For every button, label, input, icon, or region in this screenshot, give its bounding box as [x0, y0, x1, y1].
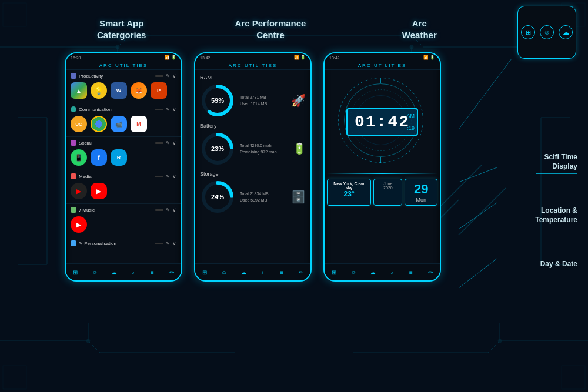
weather-day-box: 29 Mon [405, 179, 437, 206]
nav2-face-icon[interactable]: ☺ [219, 267, 229, 277]
category-personalisation: ✎ Personalisation ✎ ∨ [66, 237, 181, 252]
storage-icon: 🗄️ [291, 190, 306, 204]
app-music1[interactable]: ▶ [71, 216, 87, 233]
phone1-status-bar: 16:28 📶 🔋 [66, 53, 181, 62]
battery-percent: 23% [211, 145, 224, 152]
weather-date-box: June 2020 [373, 179, 402, 206]
ram-section: RAM 59% Total 2731 MB Used 1614 MB [200, 75, 306, 118]
nav2-grid-icon[interactable]: ⊞ [200, 267, 209, 277]
clock-seconds: :19 [407, 125, 415, 131]
phone3-title: ARC UTILITIES [325, 62, 440, 70]
ram-percent: 59% [211, 97, 224, 104]
phone3-indicators: 📶 🔋 [423, 55, 435, 60]
nav3-face-icon[interactable]: ☺ [349, 267, 358, 277]
nav-cloud-icon[interactable]: ☁ [109, 267, 119, 277]
app-zoom[interactable]: 📹 [111, 116, 127, 132]
nav-grid-icon[interactable]: ⊞ [71, 267, 80, 277]
weather-location-box: New York, Clear sky 23° [327, 179, 371, 206]
phone2-title: ARC UTILITIES [195, 62, 310, 70]
battery-icon: 🔋 [293, 142, 306, 155]
nav2-edit-icon[interactable]: ✏ [296, 267, 306, 277]
category-music: ♪ Music ✎ ∨ ▶ [66, 204, 181, 237]
clock-ampm: AM [407, 113, 415, 119]
app-word[interactable]: W [111, 82, 127, 99]
section-label-smart-app: Smart App Catergories [63, 18, 181, 41]
phone1-time: 16:28 [71, 56, 81, 60]
nav3-list-icon[interactable]: ≡ [406, 267, 416, 277]
phone3-status-bar: 13:42 📶 🔋 [325, 53, 440, 62]
rocket-icon: 🚀 [291, 93, 306, 108]
cat-personalisation-label: ✎ Personalisation [79, 241, 116, 246]
storage-label: Storage [200, 171, 306, 177]
weather-city: New York, Clear sky [330, 182, 368, 190]
app-whatsapp[interactable]: 📱 [71, 149, 87, 166]
day-name: Mon [407, 197, 435, 203]
weather-widgets: New York, Clear sky 23° June 2020 29 Mon [327, 179, 437, 206]
category-communication: Communication ✎ ∨ UC 📹 M [66, 103, 181, 137]
separator-line [327, 173, 437, 174]
ram-label: RAM [200, 75, 306, 81]
weather-year: 2020 [376, 186, 399, 190]
nav3-grid-icon[interactable]: ⊞ [329, 267, 339, 277]
app-office[interactable]: P [151, 82, 167, 99]
phone2-time: 13:42 [200, 56, 211, 60]
cat-productivity-label: Productivity [79, 73, 103, 79]
cat-social-label: Social [79, 140, 92, 146]
app-facebook[interactable]: f [91, 149, 107, 166]
battery-section: Battery 23% Total 4230.0 mah Remaining 9… [200, 123, 306, 166]
productivity-apps: ▲ 💡 W 🦊 P [71, 81, 176, 100]
nav-music-icon[interactable]: ♪ [128, 267, 138, 277]
category-productivity: Productivity ✎ ∨ ▲ 💡 W 🦊 P [66, 70, 181, 103]
section-label-arc-performance: Arc Performance Centre [212, 18, 329, 41]
storage-section: Storage 24% Total 21834 MB Used 5392 MB [200, 171, 306, 215]
ram-details: Total 2731 MB Used 1614 MB [240, 94, 286, 107]
app-media1[interactable]: ▶ [71, 183, 87, 199]
nav3-edit-icon[interactable]: ✏ [426, 267, 435, 277]
cat-music-label: ♪ Music [79, 207, 95, 213]
phone1-indicators: 📶 🔋 [165, 55, 176, 60]
phone3-nav: ⊞ ☺ ☁ ♪ ≡ ✏ [325, 263, 440, 280]
app-gmail[interactable]: M [131, 116, 147, 132]
app-firefox[interactable]: 🦊 [131, 82, 147, 99]
app-idea[interactable]: 💡 [91, 82, 107, 99]
phone1-nav: ⊞ ☺ ☁ ♪ ≡ ✏ [66, 263, 181, 280]
phone-app-categories: 16:28 📶 🔋 ARC UTILITIES Productivity ✎ ∨ [65, 52, 182, 282]
weather-temp: 23° [330, 190, 368, 198]
media-apps: ▶ ▶ [71, 182, 176, 200]
app-chrome[interactable] [91, 116, 107, 132]
phone2-main: RAM 59% Total 2731 MB Used 1614 MB [195, 70, 310, 224]
phone3-time: 13:42 [329, 56, 340, 60]
app-uc[interactable]: UC [71, 116, 87, 132]
music-apps: ▶ [71, 215, 176, 234]
nav-face-icon[interactable]: ☺ [90, 267, 99, 277]
battery-gauge: 23% [200, 131, 235, 166]
app-reliance[interactable]: R [111, 149, 127, 166]
section-label-arc-weather: Arc Weather [360, 18, 478, 41]
cat-communication-label: Communication [79, 107, 112, 112]
nav3-cloud-icon[interactable]: ☁ [368, 267, 377, 277]
nav2-list-icon[interactable]: ≡ [277, 267, 286, 277]
nav2-cloud-icon[interactable]: ☁ [239, 267, 248, 277]
battery-label: Battery [200, 123, 306, 129]
category-social: Social ✎ ∨ 📱 f R [66, 137, 181, 170]
clock-display: AM 01:42 :19 [346, 108, 418, 136]
app-google-drive[interactable]: ▲ [71, 82, 87, 99]
category-media: Media ✎ ∨ ▶ ▶ [66, 170, 181, 204]
phone-weather: 13:42 📶 🔋 ARC UTILITIES [323, 52, 441, 282]
storage-gauge: 24% [200, 179, 235, 215]
app-youtube[interactable]: ▶ [91, 183, 107, 199]
phone2-indicators: 📶 🔋 [294, 55, 306, 60]
cat-media-label: Media [79, 174, 92, 179]
battery-details: Total 4230.0 mah Remaining 972 mah [240, 142, 288, 155]
phone2-nav: ⊞ ☺ ☁ ♪ ≡ ✏ [195, 263, 310, 280]
phone3-main: AM 01:42 :19 New York, Clear sky 23° Jun… [325, 70, 440, 208]
nav-list-icon[interactable]: ≡ [148, 267, 157, 277]
weather-month: June [376, 182, 399, 186]
nav2-music-icon[interactable]: ♪ [258, 267, 267, 277]
nav-edit-icon[interactable]: ✏ [167, 267, 176, 277]
date-number: 29 [407, 182, 435, 197]
phone2-status-bar: 13:42 📶 🔋 [195, 53, 310, 62]
nav3-music-icon[interactable]: ♪ [387, 267, 396, 277]
scifi-clock: AM 01:42 :19 [335, 75, 429, 169]
clock-time: 01:42 [355, 113, 410, 131]
